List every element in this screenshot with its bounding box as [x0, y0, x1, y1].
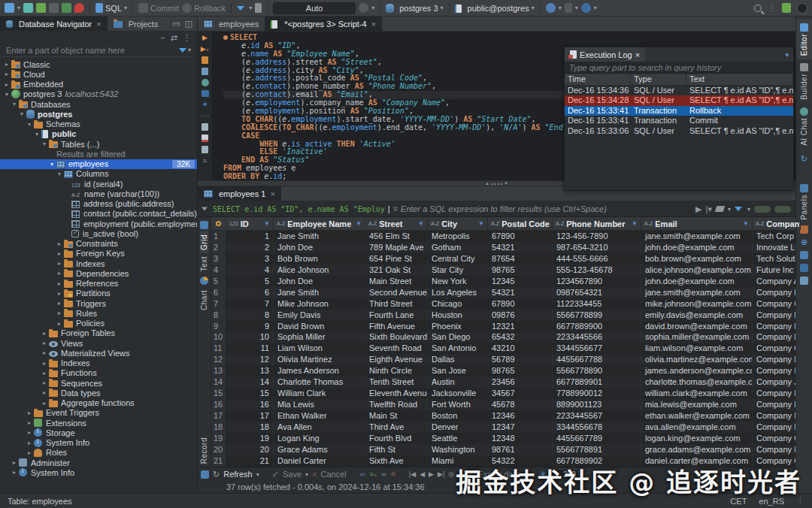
apply-filter-icon[interactable]: ▶ [695, 204, 701, 214]
row-number[interactable]: 2 [211, 242, 226, 253]
table-row[interactable]: 1212Olivia MartinezEighth AvenueDallas56… [211, 354, 795, 365]
cell[interactable]: Gotham [428, 242, 488, 253]
cell[interactable]: alice.johnson@example.com [641, 265, 753, 276]
cell[interactable]: bob.brown@example.com [641, 253, 753, 265]
table-row[interactable]: 22John Doe789 Maple AveGotham54321987-65… [211, 242, 795, 253]
cell[interactable]: 8899001123 [553, 399, 641, 410]
tab-builder[interactable]: Builder [796, 59, 812, 104]
filter-settings-icon[interactable] [735, 207, 742, 211]
cell[interactable]: Innovate Ltd [753, 242, 795, 253]
cell[interactable]: Bob Brown [274, 253, 365, 265]
row-number[interactable]: 4 [211, 265, 226, 276]
tree-item[interactable]: ▸Data types [0, 388, 197, 398]
cell[interactable]: ava.allen@example.com [641, 422, 753, 433]
expand-arrow-icon[interactable]: ▸ [25, 410, 34, 416]
table-row[interactable]: 1717Ethan WalkerMain StBoston12346223344… [211, 410, 795, 422]
cell[interactable]: 12345 [488, 276, 553, 287]
cell[interactable]: 1 [226, 231, 274, 242]
tree-item[interactable]: Results are filtered [0, 149, 197, 159]
cell[interactable]: 4455667789 [553, 433, 641, 444]
cell[interactable]: Central City [428, 253, 488, 265]
cell[interactable]: Denver [428, 422, 488, 433]
cell[interactable]: 18 [226, 422, 274, 433]
cloud-icon[interactable] [23, 3, 33, 13]
sort-arrow-icon[interactable]: ▼ [264, 220, 270, 227]
cell[interactable]: Metropolis [428, 231, 488, 242]
table-row[interactable]: 55John DoeMain StreetNew York12345123456… [211, 276, 795, 287]
log-search-field[interactable]: Type query part to search in query histo… [565, 62, 793, 74]
tree-item[interactable]: ▸Storage [0, 428, 197, 437]
table-row[interactable]: 99David BrownFifth AvenuePhoenix12321667… [211, 321, 795, 332]
row-number[interactable]: 20 [211, 444, 226, 455]
log-row[interactable]: Dec-16 15:33:41TransactionRollback [565, 106, 793, 116]
expand-arrow-icon[interactable]: ▸ [40, 349, 49, 356]
aggregate-panel-icon[interactable] [800, 264, 808, 272]
cell[interactable]: 456 Elm St [365, 231, 428, 242]
expand-arrow-icon[interactable]: ▸ [55, 320, 64, 327]
cell[interactable]: Main Street [365, 276, 428, 287]
close-icon[interactable]: × [270, 189, 274, 198]
tree-item[interactable]: ▸Foreign Keys [0, 249, 197, 259]
table-row[interactable]: 2121Daniel CarterSixth AveMiami543226677… [211, 455, 795, 467]
table-row[interactable]: 1515William ClarkEleventh AvenueJacksonv… [211, 388, 795, 399]
cell[interactable]: 67890 [488, 298, 553, 310]
cell[interactable]: 12346 [488, 410, 553, 422]
cell[interactable]: 321 Oak St [365, 265, 428, 276]
collapse-arrow-icon[interactable]: ▾ [2, 91, 11, 98]
tree-item[interactable]: ▸Dependencies [0, 268, 197, 278]
cell[interactable]: Future Inc [753, 265, 795, 276]
column-header-phone-number[interactable]: A-ZPhone Number▼ [553, 217, 641, 230]
tree-item[interactable]: ▸Embedded [0, 80, 197, 89]
column-header-street[interactable]: A-ZStreet▼ [365, 217, 428, 230]
tab-employees-editor[interactable]: employees [198, 17, 265, 31]
expand-arrow-icon[interactable]: ▸ [40, 389, 49, 396]
cell[interactable]: Third Ave [365, 422, 428, 433]
tree-item[interactable]: ▾postgres [0, 109, 197, 119]
tree-item[interactable]: ▸References [0, 279, 197, 289]
commit-type-icon[interactable] [546, 3, 556, 13]
new-driver-icon[interactable] [62, 3, 71, 13]
log-col-text[interactable]: Text [686, 74, 793, 85]
tab-projects[interactable]: Projects [108, 17, 165, 31]
tree-item[interactable]: address (public.address) [0, 199, 197, 209]
cell[interactable]: Company J [753, 376, 795, 388]
tree-item[interactable]: ▾public [0, 129, 197, 139]
metadata-search-icon[interactable] [581, 3, 591, 13]
cell[interactable]: 10 [226, 331, 274, 343]
cell[interactable]: 43210 [488, 343, 553, 354]
transaction-filter-dropdown-icon[interactable]: ▾ [249, 5, 252, 11]
explain-plan-icon[interactable] [201, 68, 208, 75]
commit-type-dropdown-icon[interactable]: ▾ [559, 5, 562, 11]
tree-item[interactable]: name (varchar(100)) [0, 189, 197, 198]
column-header-company[interactable]: A-ZCompany▼ [753, 217, 801, 230]
cell[interactable]: Fifth St [365, 444, 428, 455]
cell[interactable]: Fort Worth [428, 399, 488, 410]
new-connection-dropdown-icon[interactable]: ▾ [17, 5, 20, 11]
grouping-panel-icon[interactable] [800, 277, 808, 285]
cell[interactable]: Seventh Road [365, 343, 428, 354]
row-number[interactable]: 8 [211, 310, 226, 321]
tree-item[interactable]: ▸Extensions [0, 418, 197, 428]
clock-icon[interactable] [359, 3, 368, 13]
table-row[interactable]: 1313James AndersonNinth CircleSan Jose98… [211, 365, 795, 376]
table-row[interactable]: 88Emily DavisFourth LaneHouston098765566… [211, 310, 795, 321]
cell[interactable]: 65432 [488, 331, 553, 343]
table-row[interactable]: 1818Ava AllenThird AveDenver123473344556… [211, 422, 795, 433]
cell[interactable]: 5566778899 [553, 310, 641, 321]
column-header-email[interactable]: A-ZEmail▼ [641, 217, 753, 230]
collapse-arrow-icon[interactable]: ▾ [55, 171, 64, 177]
cell[interactable]: john.doe@example.com [641, 276, 753, 287]
cell[interactable]: Sophia Miller [274, 331, 365, 343]
table-row[interactable]: 11Jane Smith456 Elm StMetropolis67890123… [211, 231, 795, 242]
table-row[interactable]: 1111Liam WilsonSeventh RoadSan Antonio43… [211, 343, 795, 354]
fetch-size-input[interactable]: 200 [550, 469, 579, 479]
refresh-panel-icon[interactable]: ↻ [801, 154, 807, 164]
cell[interactable]: Company P [753, 444, 795, 455]
cell[interactable]: Olivia Martinez [274, 354, 365, 365]
outline-icon[interactable]: ≡ [203, 157, 207, 165]
cell[interactable]: john.doe@example.com [641, 242, 753, 253]
cell[interactable]: Alice Johnson [274, 265, 365, 276]
table-row[interactable]: 1919Logan KingFourth BlvdSeattle12348445… [211, 433, 795, 444]
cell[interactable]: Jane Smith [274, 287, 365, 298]
table-row[interactable]: 1616Mia LewisTwelfth RoadFort Worth45678… [211, 399, 795, 410]
